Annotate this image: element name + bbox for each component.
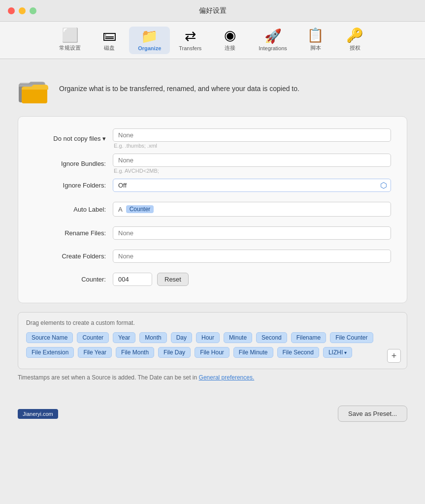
organize-label: Organize [138,45,161,51]
footer: Jianeryi.com Save as Preset... [0,401,425,432]
disk-icon: 🖴 [102,29,116,42]
save-preset-button[interactable]: Save as Preset... [338,406,407,422]
toolbar: ⬜常规设置🖴磁盘📁Organize⇄Transfers◉连接🚀Integrati… [0,22,425,59]
create-folders-wrap [113,250,391,263]
close-button[interactable] [8,7,15,14]
drag-tag[interactable]: Year [113,332,135,343]
reset-button[interactable]: Reset [157,273,189,286]
ignore-bundles-label: Ignore Bundles: [34,160,113,167]
connect-icon: ◉ [224,29,236,42]
rename-files-label: Rename Files: [34,229,113,237]
settings-card: Do not copy files ▾ E.g. .thumbs; .xml I… [18,116,407,303]
ignore-folders-select-wrap: Off ⬡ [113,179,391,192]
toolbar-item-general[interactable]: ⬜常规设置 [50,26,90,55]
create-folders-input[interactable] [113,250,391,263]
header-text: Organize what is to be transferred, rena… [59,84,299,94]
drag-tag[interactable]: Hour [196,332,220,343]
toolbar-item-disk[interactable]: 🖴磁盘 [90,26,129,55]
drag-tag[interactable]: Source Name [26,332,73,343]
add-element-button[interactable]: + [387,349,401,363]
do-not-copy-hint: E.g. .thumbs; .xml [113,143,391,149]
do-not-copy-wrap: E.g. .thumbs; .xml [113,128,391,149]
timestamps-note: Timestamps are set when a Source is adde… [18,374,407,381]
drag-tag[interactable]: File Hour [195,347,229,358]
scripts-icon: 📋 [307,29,324,42]
main-content: Organize what is to be transferred, rena… [0,59,425,401]
organize-icon [18,73,49,104]
auto-label-row: Auto Label: A Counter [34,202,391,217]
drag-tag[interactable]: Month [139,332,166,343]
watermark: Jianeryi.com [18,409,58,419]
integrations-label: Integrations [259,45,287,51]
window-controls [8,7,36,14]
rename-files-input[interactable] [113,226,391,240]
ignore-folders-row: Ignore Folders: Off ⬡ [34,179,391,192]
create-folders-label: Create Folders: [34,252,113,260]
drag-tag[interactable]: File Day [158,347,191,358]
auth-icon: 🔑 [346,29,363,42]
auto-label-prefix: A [118,206,123,213]
drag-hint: Drag elements to create a custom format. [26,319,399,326]
auto-label-token: Counter [126,205,154,213]
auth-label: 授权 [350,44,360,52]
ignore-bundles-wrap: E.g. AVCHD<2MB; [113,154,391,174]
rename-files-wrap [113,226,391,240]
disk-label: 磁盘 [104,44,115,52]
organize-icon: 📁 [141,30,158,43]
toolbar-item-connect[interactable]: ◉连接 [210,26,250,55]
do-not-copy-label: Do not copy files ▾ [34,135,113,142]
ignore-bundles-input[interactable] [113,154,391,167]
drag-tag[interactable]: File Second [277,347,319,358]
general-preferences-link[interactable]: General preferences. [199,374,255,381]
toolbar-item-organize[interactable]: 📁Organize [129,27,170,54]
toolbar-item-auth[interactable]: 🔑授权 [335,26,375,55]
ignore-folders-label: Ignore Folders: [34,182,113,189]
drag-tag[interactable]: Minute [224,332,252,343]
toolbar-item-transfers[interactable]: ⇄Transfers [170,27,210,54]
drag-tag[interactable]: Second [256,332,287,343]
counter-row: Counter: Reset [34,273,391,286]
rename-files-row: Rename Files: [34,226,391,240]
drag-tag-custom[interactable]: LIZHI [323,347,352,358]
general-icon: ⬜ [62,29,79,42]
connect-label: 连接 [225,44,235,52]
minimize-button[interactable] [19,7,26,14]
titlebar: 偏好设置 [0,0,425,22]
counter-input[interactable] [113,273,152,286]
ignore-folders-select[interactable]: Off [113,179,391,192]
transfers-label: Transfers [179,45,201,51]
toolbar-item-scripts[interactable]: 📋脚本 [296,26,335,55]
do-not-copy-row: Do not copy files ▾ E.g. .thumbs; .xml [34,128,391,149]
auto-label-label: Auto Label: [34,206,113,213]
integrations-icon: 🚀 [264,30,282,43]
ignore-bundles-row: Ignore Bundles: E.g. AVCHD<2MB; [34,154,391,174]
drag-tag[interactable]: File Extension [26,347,74,358]
header-description: Organize what is to be transferred, rena… [18,73,407,104]
drag-tag[interactable]: File Year [78,347,112,358]
drag-tag[interactable]: Counter [77,332,109,343]
drag-tag[interactable]: Day [171,332,192,343]
maximize-button[interactable] [30,7,36,14]
do-not-copy-input[interactable] [113,128,391,142]
general-label: 常规设置 [59,44,81,52]
auto-label-wrap: A Counter [113,202,391,217]
drag-tag[interactable]: File Minute [233,347,273,358]
counter-label: Counter: [34,276,113,283]
drag-tag[interactable]: File Counter [330,332,373,343]
drag-tag[interactable]: File Month [116,347,154,358]
scripts-label: 脚本 [310,44,321,52]
transfers-icon: ⇄ [185,30,196,43]
drag-tags: Source NameCounterYearMonthDayHourMinute… [26,332,399,358]
drag-tag[interactable]: Filename [291,332,326,343]
svg-rect-2 [20,83,44,85]
ignore-folders-wrap: Off ⬡ [113,179,391,192]
auto-label-input[interactable]: A Counter [113,202,391,217]
window-title: 偏好设置 [199,6,227,15]
toolbar-item-integrations[interactable]: 🚀Integrations [250,27,295,54]
create-folders-row: Create Folders: [34,250,391,263]
ignore-bundles-hint: E.g. AVCHD<2MB; [113,168,391,174]
counter-controls: Reset [113,273,189,286]
drag-panel: Drag elements to create a custom format.… [18,312,407,369]
